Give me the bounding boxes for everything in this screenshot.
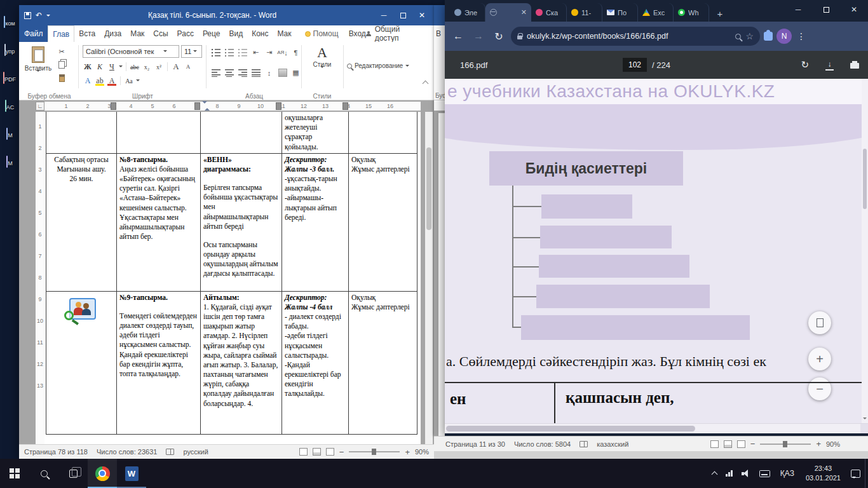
zoom-slider-thumb[interactable] bbox=[783, 441, 787, 447]
tab-layout[interactable]: Мак bbox=[126, 25, 149, 42]
rotate-icon[interactable]: ↻ bbox=[801, 59, 809, 71]
profile-avatar[interactable]: N bbox=[776, 29, 792, 44]
tab-table-layout[interactable]: Мак bbox=[273, 25, 295, 42]
taskbar-word-button[interactable]: W bbox=[117, 459, 146, 488]
tab-references[interactable]: Ссы bbox=[149, 25, 172, 42]
underline-button[interactable]: Ч bbox=[107, 61, 117, 72]
document-page[interactable]: оқушыларға жетелеуші сұрақтар қойылады. … bbox=[44, 112, 421, 444]
collapse-ribbon-icon[interactable] bbox=[423, 81, 429, 87]
shrink-font-button[interactable]: А bbox=[183, 61, 193, 72]
word-count[interactable]: Число слов: 23631 bbox=[97, 448, 157, 456]
page-indicator[interactable]: Страница 11 из 30 bbox=[445, 440, 505, 448]
proofing-icon[interactable] bbox=[166, 449, 174, 455]
chevron-down-icon[interactable] bbox=[136, 79, 140, 83]
decrease-indent-button[interactable]: ⇤ bbox=[250, 47, 261, 58]
line-spacing-button[interactable]: ↕ bbox=[264, 67, 275, 78]
desktop-icon-ac[interactable]: AC bbox=[0, 100, 19, 112]
zoom-out-button[interactable]: − bbox=[808, 377, 831, 400]
subscript-button[interactable]: x₂ bbox=[142, 61, 152, 72]
pdf-page-input[interactable] bbox=[623, 58, 647, 72]
tab-file[interactable]: Файл bbox=[19, 25, 48, 42]
zoom-slider[interactable] bbox=[760, 444, 811, 445]
maximize-button[interactable] bbox=[812, 0, 840, 19]
table-column-marker[interactable] bbox=[276, 102, 281, 110]
browser-tab[interactable]: Эле bbox=[450, 3, 485, 22]
show-marks-button[interactable]: ¶ bbox=[290, 47, 301, 58]
show-desktop-button[interactable] bbox=[865, 459, 868, 488]
grow-font-button[interactable]: А bbox=[171, 61, 181, 72]
pdf-page-content[interactable]: е учебники Казахстана на OKULYK.KZ Бидің… bbox=[445, 79, 868, 423]
hanging-indent-marker[interactable] bbox=[205, 105, 210, 111]
extension-icon[interactable] bbox=[764, 32, 773, 41]
zoom-in-button[interactable]: + bbox=[816, 440, 821, 448]
bookmark-star-icon[interactable]: ☆ bbox=[745, 31, 754, 41]
proofing-icon[interactable] bbox=[580, 441, 588, 447]
action-center-button[interactable] bbox=[846, 459, 865, 488]
desktop-icon-m1[interactable]: М bbox=[0, 128, 19, 140]
address-bar[interactable]: okulyk.kz/wp-content/books/166/166.pdf ☆ bbox=[511, 27, 760, 46]
bullets-button[interactable] bbox=[210, 47, 221, 58]
browser-tab[interactable]: 11- bbox=[567, 3, 602, 22]
language-indicator[interactable]: казахский bbox=[597, 440, 628, 448]
desktop-icon-control-panel[interactable]: упр bbox=[0, 44, 19, 56]
multilevel-list-button[interactable] bbox=[237, 47, 248, 58]
superscript-button[interactable]: x² bbox=[154, 61, 164, 72]
styles-gallery-button[interactable]: А Стили bbox=[306, 46, 339, 84]
taskbar-search-button[interactable] bbox=[29, 459, 58, 488]
tell-me-assistant[interactable]: Помощ bbox=[305, 25, 339, 42]
minimize-button[interactable]: ─ bbox=[784, 0, 812, 19]
share-button[interactable]: Общий доступ bbox=[366, 25, 425, 42]
highlight-button[interactable]: ab bbox=[95, 75, 105, 86]
zoom-level[interactable]: 90% bbox=[826, 440, 840, 448]
table-column-marker[interactable] bbox=[342, 102, 348, 110]
numbering-button[interactable] bbox=[224, 47, 234, 58]
align-center-button[interactable] bbox=[224, 67, 234, 78]
reload-button[interactable]: ↻ bbox=[491, 28, 507, 44]
text-effects-button[interactable]: А bbox=[83, 75, 93, 86]
bold-button[interactable]: Ж bbox=[83, 61, 93, 72]
desktop-icon-pdf[interactable]: PDF bbox=[0, 72, 19, 84]
taskbar-clock[interactable]: 23:43 03.01.2021 bbox=[800, 464, 846, 483]
touch-keyboard-icon[interactable] bbox=[755, 459, 775, 488]
sort-button[interactable]: АЯ↓ bbox=[277, 47, 288, 58]
justify-button[interactable] bbox=[250, 67, 261, 78]
read-mode-button[interactable] bbox=[299, 448, 308, 456]
taskbar-chrome-button[interactable] bbox=[88, 459, 117, 488]
increase-indent-button[interactable]: ⇥ bbox=[264, 47, 275, 58]
font-color-button[interactable]: А bbox=[107, 75, 117, 86]
format-painter-button[interactable] bbox=[56, 73, 67, 83]
print-layout-button[interactable] bbox=[313, 448, 321, 456]
lock-icon[interactable] bbox=[517, 36, 522, 39]
zoom-level[interactable]: 90% bbox=[415, 448, 429, 456]
sign-in-button[interactable]: Вход bbox=[349, 25, 366, 42]
web-layout-button[interactable] bbox=[737, 440, 745, 448]
chrome-menu-icon[interactable]: ⋮ bbox=[796, 31, 807, 41]
font-size-combobox[interactable]: 11 bbox=[181, 45, 202, 58]
tab-review[interactable]: Реце bbox=[198, 25, 225, 42]
network-tray-icon[interactable] bbox=[721, 459, 737, 488]
close-button[interactable]: ✕ bbox=[840, 0, 868, 19]
language-indicator[interactable]: русский bbox=[183, 448, 208, 456]
strikethrough-button[interactable]: abc bbox=[130, 61, 140, 72]
desktop-icon-computer[interactable]: ком bbox=[0, 17, 19, 28]
save-icon[interactable] bbox=[24, 12, 31, 19]
tab-view[interactable]: Вид bbox=[224, 25, 247, 42]
browser-tab[interactable]: По bbox=[602, 3, 638, 22]
cut-button[interactable]: ✂ bbox=[56, 46, 67, 57]
start-button[interactable] bbox=[0, 459, 29, 488]
browser-tab[interactable]: Wh bbox=[674, 3, 709, 22]
tab-table-design[interactable]: Конс bbox=[247, 25, 273, 42]
download-icon[interactable]: ↓ bbox=[825, 61, 834, 69]
align-right-button[interactable] bbox=[237, 67, 248, 78]
undo-icon[interactable]: ↶ bbox=[36, 11, 42, 19]
tab-insert[interactable]: Вста bbox=[74, 25, 100, 42]
web-layout-button[interactable] bbox=[326, 448, 334, 456]
vertical-ruler[interactable]: 12345678910111213 bbox=[36, 112, 44, 444]
new-tab-button[interactable]: + bbox=[712, 5, 728, 22]
forward-button[interactable]: → bbox=[470, 28, 487, 44]
page-indicator[interactable]: Страница 78 из 118 bbox=[24, 448, 88, 456]
borders-button[interactable]: ▦ bbox=[290, 67, 301, 78]
url-text[interactable]: okulyk.kz/wp-content/books/166/166.pdf bbox=[527, 32, 731, 41]
print-layout-button[interactable] bbox=[724, 440, 732, 448]
hidden-icons-button[interactable] bbox=[708, 459, 721, 488]
